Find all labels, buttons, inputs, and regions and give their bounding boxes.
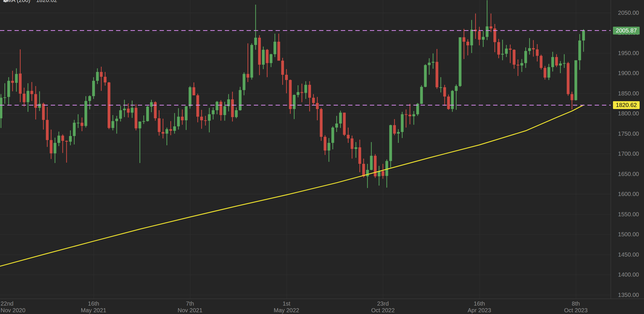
candle-body (169, 129, 172, 131)
candle-body (138, 121, 141, 128)
indicator-settings-gear-icon[interactable] (3, 0, 9, 3)
price-axis-label: 1350.00 (611, 291, 644, 298)
candle-body (447, 97, 450, 109)
price-axis-label: 1650.00 (611, 170, 644, 177)
candle-body (46, 120, 49, 140)
price-axis-label: 1900.00 (611, 70, 644, 77)
candle-body (231, 99, 234, 117)
candle-body (544, 68, 547, 77)
candle-body (571, 94, 574, 100)
candle-body (127, 109, 130, 113)
candle-body (216, 102, 218, 110)
candle-body (193, 87, 196, 95)
candle-body (3, 97, 6, 98)
candle-body (189, 87, 191, 106)
time-axis-label: 22ndNov 2020 (1, 300, 26, 314)
price-chart[interactable]: SMA (200) 1820.62 (0, 0, 611, 299)
candle-body (428, 63, 431, 65)
candle-body (247, 74, 249, 78)
price-axis-label: 1400.00 (611, 271, 644, 278)
candle-body (520, 63, 523, 66)
price-axis[interactable]: 1350.001400.001450.001500.001550.001600.… (611, 0, 644, 299)
trading-chart-window: { "legend": { "title": "SMA (200)", "val… (0, 0, 644, 314)
candle-body (54, 143, 57, 153)
candle-body (551, 57, 554, 67)
candle-body (528, 48, 531, 51)
candle-body (162, 132, 164, 134)
candle-body (420, 87, 423, 104)
candle-body (413, 114, 415, 116)
candle-body (451, 91, 454, 109)
candle-body (563, 63, 566, 64)
candle-body (578, 41, 581, 60)
candle-body (104, 77, 107, 82)
candle-body (509, 48, 512, 50)
candle-body (42, 104, 45, 120)
candle-body (223, 106, 226, 115)
candle-body (208, 114, 211, 121)
candle-body (57, 136, 60, 143)
candle-body (200, 117, 203, 120)
candle-body (524, 51, 527, 63)
candle-body (304, 85, 307, 93)
candle-body (204, 120, 207, 121)
candle-body (181, 117, 184, 120)
candle-body (154, 102, 157, 118)
candle-body (23, 94, 26, 102)
price-axis-label: 2050.00 (611, 9, 644, 16)
time-axis-label: 16thApr 2023 (468, 300, 491, 314)
candle-body (100, 72, 103, 77)
candle-body (316, 103, 319, 109)
candle-body (30, 91, 33, 94)
candle-body (405, 114, 408, 115)
candle-body (470, 30, 473, 45)
candle-body (331, 128, 334, 143)
candle-body (497, 42, 500, 55)
candle-body (73, 123, 76, 136)
time-axis-label: 1stMay 2022 (274, 300, 299, 314)
candle-body (96, 72, 99, 81)
candle-body (324, 137, 327, 150)
time-axis[interactable]: 22ndNov 202016thMay 20217thNov 20211stMa… (0, 299, 644, 314)
candle-body (123, 109, 126, 110)
candle-body (61, 136, 64, 141)
candle-body (270, 54, 273, 63)
candlestick-plot[interactable] (0, 0, 611, 299)
candle-body (77, 123, 80, 123)
candle-body (212, 110, 215, 114)
candle-body (374, 156, 377, 176)
time-axis-label: 7thNov 2021 (178, 300, 202, 314)
candle-body (262, 50, 265, 65)
candle-body (459, 37, 462, 86)
candle-body (547, 67, 550, 77)
sma-line[interactable] (0, 105, 584, 267)
price-axis-label: 1500.00 (611, 231, 644, 238)
last-price-label: 2005.87 (613, 27, 640, 35)
candle-body (393, 125, 396, 134)
candle-body (424, 65, 427, 87)
candle-body (34, 94, 37, 108)
candle-body (328, 143, 330, 150)
candle-body (559, 63, 562, 66)
candle-body (235, 110, 238, 117)
candle-body (243, 74, 245, 90)
candle-body (150, 102, 153, 106)
candle-body (115, 119, 118, 121)
candle-body (50, 140, 53, 153)
candle-body (343, 113, 346, 135)
candle-body (239, 90, 242, 110)
candle-body (297, 92, 300, 95)
candle-body (555, 57, 558, 66)
candle-body (455, 86, 458, 91)
candle-body (439, 87, 442, 88)
candle-body (185, 106, 188, 120)
candle-body (135, 108, 138, 128)
candle-body (84, 101, 87, 126)
candle-body (92, 81, 95, 96)
candle-body (119, 110, 122, 119)
candle-body (281, 61, 284, 75)
candle-body (111, 121, 114, 128)
candle-body (536, 49, 539, 56)
indicator-legend[interactable]: SMA (200) 1820.62 (3, 0, 57, 3)
candle-body (574, 60, 577, 100)
